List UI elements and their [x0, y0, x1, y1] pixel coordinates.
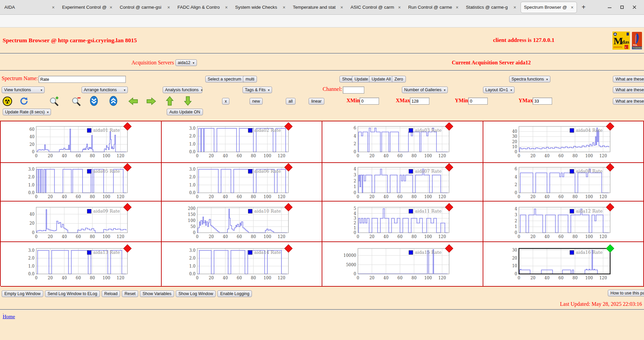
chart-aida13[interactable]: 0204060801001200.01.02.03.0aida13 Rate: [19, 244, 133, 283]
chart-aida06[interactable]: 0204060801001200.01.02.03.0aida06 Rate: [180, 163, 294, 202]
select-spectrum-dropdown[interactable]: Select a spectrum▾: [205, 76, 248, 82]
number-of-galleries-dropdown[interactable]: Number of Galleries▾: [402, 87, 448, 93]
update-button[interactable]: Update: [352, 76, 371, 82]
ymin-input[interactable]: [468, 98, 488, 105]
midas-logo[interactable]: M idas powered by t: [612, 32, 630, 50]
chart-aida01[interactable]: 0204060801001200204060aida01 Rate: [19, 122, 133, 161]
browser-tab-1[interactable]: AIDA×: [1, 2, 58, 13]
send-log-window-to-elog-button[interactable]: Send Log Window to ELog: [45, 290, 100, 297]
chart-aida14[interactable]: 0204060801001200.01.02.03.0aida14 Rate: [180, 244, 294, 283]
xmax-input[interactable]: [410, 98, 429, 105]
update-rate-dropdown[interactable]: Update Rate (8 secs)▾: [3, 109, 51, 115]
chart-aida05[interactable]: 0204060801001200.01.02.03.0aida05 Rate: [19, 163, 133, 202]
x-axis-button[interactable]: x: [222, 98, 229, 105]
spectrum-cell-aida03[interactable]: 0204060801001200246aida03 Rate: [322, 121, 483, 163]
update-all-button[interactable]: Update All: [369, 76, 393, 82]
tab-close-icon[interactable]: ×: [456, 5, 459, 10]
show-variables-button[interactable]: Show Variables: [140, 290, 174, 297]
arrow-down-icon[interactable]: [184, 96, 192, 106]
browser-tab-10[interactable]: Spectrum Browser @×: [521, 2, 577, 13]
chart-aida08[interactable]: 0204060801001200246aida08 Rate: [502, 163, 616, 202]
how-to-use-button[interactable]: How to use this page: [608, 290, 644, 296]
layout-id-dropdown[interactable]: Layout ID=1▾: [483, 87, 515, 93]
tab-close-icon[interactable]: ×: [283, 5, 285, 10]
empty-log-window-button[interactable]: Empty Log Window: [2, 290, 43, 297]
chart-aida16[interactable]: 0204060801001200102030aida16 Rate: [502, 244, 616, 283]
tab-close-icon[interactable]: ×: [52, 5, 55, 10]
what-are-these-button-1[interactable]: What are these?: [613, 76, 644, 82]
linear-button[interactable]: linear: [309, 98, 324, 105]
spectrum-cell-aida15[interactable]: 0204060801001200500010000aida15 Rate: [322, 242, 483, 287]
tab-close-icon[interactable]: ×: [225, 5, 228, 10]
tcl-powered-logo[interactable]: TCL POWERED: [632, 32, 642, 49]
zoom-out-icon[interactable]: [71, 96, 81, 106]
channel-input[interactable]: [343, 87, 364, 94]
window-close-icon[interactable]: [632, 5, 637, 9]
view-functions-dropdown[interactable]: View functions▾: [2, 87, 45, 93]
browser-tab-5[interactable]: System wide Checks×: [232, 2, 288, 13]
auto-update-button[interactable]: Auto Update ON: [167, 109, 203, 115]
home-link[interactable]: Home: [3, 314, 15, 320]
acquisition-server-select[interactable]: aida12▾: [175, 59, 197, 66]
arrow-left-icon[interactable]: [128, 97, 138, 105]
arrow-up-icon[interactable]: [166, 96, 174, 106]
refresh-icon[interactable]: [19, 97, 29, 106]
enable-logging-button[interactable]: Enable Logging: [217, 290, 252, 297]
spectrum-cell-aida14[interactable]: 0204060801001200.01.02.03.0aida14 Rate: [162, 242, 323, 287]
browser-tab-2[interactable]: Experiment Control @×: [59, 2, 115, 13]
tab-close-icon[interactable]: ×: [167, 5, 170, 10]
chart-aida15[interactable]: 0204060801001200500010000aida15 Rate: [341, 244, 455, 283]
chart-aida02[interactable]: 0204060801001200.01.02.03.0aida02 Rate: [180, 122, 294, 161]
browser-tab-3[interactable]: Control @ carme-gsi×: [117, 2, 173, 13]
spectrum-cell-aida06[interactable]: 0204060801001200.01.02.03.0aida06 Rate: [162, 163, 323, 202]
arrange-functions-dropdown[interactable]: Arrange functions▾: [82, 87, 128, 93]
multi-button[interactable]: multi: [243, 76, 257, 82]
window-maximize-icon[interactable]: [620, 5, 624, 9]
spectrum-cell-aida08[interactable]: 0204060801001200246aida08 Rate: [483, 163, 644, 202]
all-button[interactable]: all: [286, 98, 296, 105]
browser-tab-8[interactable]: Run Control @ carme×: [405, 2, 462, 13]
browser-tab-4[interactable]: FADC Align & Contro×: [174, 2, 231, 13]
collapse-vertical-icon[interactable]: [90, 96, 98, 106]
tab-close-icon[interactable]: ×: [110, 5, 112, 10]
spectrum-name-input[interactable]: [39, 76, 126, 83]
xmin-input[interactable]: [360, 98, 379, 105]
spectrum-cell-aida09[interactable]: 02040608010012002040aida09 Rate: [1, 202, 162, 242]
new-tab-button[interactable]: +: [578, 3, 589, 11]
analysis-functions-dropdown[interactable]: Analysis functions▾: [163, 87, 202, 93]
show-log-window-button[interactable]: Show Log Window: [176, 290, 216, 297]
ymax-input[interactable]: [533, 98, 552, 105]
zoom-in-icon[interactable]: [49, 96, 59, 106]
tab-close-icon[interactable]: ×: [514, 5, 516, 10]
spectrum-cell-aida10[interactable]: 020406080100120050100150200aida10 Rate: [162, 202, 323, 242]
spectra-functions-dropdown[interactable]: Spectra functions▾: [509, 76, 550, 82]
spectrum-cell-aida12[interactable]: 02040608010012001234aida12 Rate: [483, 202, 644, 242]
radiation-icon[interactable]: ☢: [3, 97, 12, 106]
expand-vertical-icon[interactable]: [109, 96, 117, 106]
new-button[interactable]: new: [250, 98, 263, 105]
what-are-these-button-2[interactable]: What are these?: [613, 87, 644, 93]
spectrum-cell-aida13[interactable]: 0204060801001200.01.02.03.0aida13 Rate: [1, 242, 162, 287]
chart-aida09[interactable]: 02040608010012002040aida09 Rate: [19, 203, 133, 241]
browser-tab-7[interactable]: ASIC Control @ carm×: [347, 2, 404, 13]
spectrum-cell-aida01[interactable]: 0204060801001200204060aida01 Rate: [1, 121, 162, 163]
reload-button[interactable]: Reload: [102, 290, 120, 297]
chart-aida11[interactable]: 020406080100120012345aida11 Rate: [341, 203, 455, 241]
chart-aida12[interactable]: 02040608010012001234aida12 Rate: [502, 203, 616, 241]
spectrum-cell-aida05[interactable]: 0204060801001200.01.02.03.0aida05 Rate: [1, 163, 162, 202]
what-are-these-button-3[interactable]: What are these?: [613, 98, 644, 105]
reset-button[interactable]: Reset: [122, 290, 138, 297]
chart-aida03[interactable]: 0204060801001200246aida03 Rate: [341, 122, 455, 161]
browser-tab-6[interactable]: Temperature and stat×: [290, 2, 346, 13]
browser-tab-9[interactable]: Statistics @ carme-g×: [463, 2, 519, 13]
window-minimize-icon[interactable]: [607, 5, 612, 9]
chart-aida07[interactable]: 02040608010012001234aida07 Rate: [341, 163, 455, 202]
chart-aida10[interactable]: 020406080100120050100150200aida10 Rate: [180, 203, 294, 241]
tab-close-icon[interactable]: ×: [571, 5, 574, 10]
tab-close-icon[interactable]: ×: [398, 5, 401, 10]
spectrum-cell-aida02[interactable]: 0204060801001200.01.02.03.0aida02 Rate: [162, 121, 323, 163]
spectrum-cell-aida04[interactable]: 020406080100120010203040aida04 Rate: [483, 121, 644, 163]
spectrum-cell-aida11[interactable]: 020406080100120012345aida11 Rate: [322, 202, 483, 242]
arrow-right-icon[interactable]: [146, 97, 156, 105]
chart-aida04[interactable]: 020406080100120010203040aida04 Rate: [502, 122, 616, 161]
